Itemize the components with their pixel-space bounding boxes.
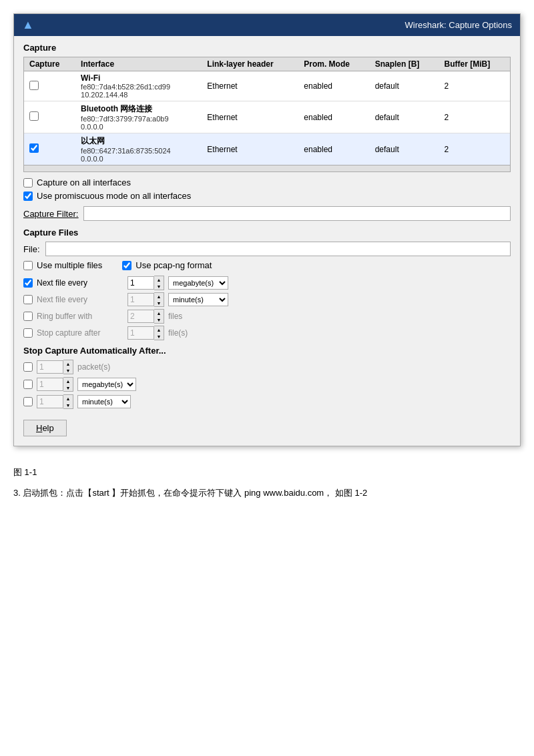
row3-checkbox-cell[interactable] <box>24 133 75 165</box>
stop-after-checkbox[interactable] <box>23 328 33 338</box>
capture-filter-input[interactable] <box>83 206 511 221</box>
promiscuous-checkbox[interactable] <box>23 192 33 201</box>
stop-mb-input[interactable] <box>37 378 63 391</box>
next-file-min-spinbtns: ▲ ▼ <box>154 292 164 307</box>
next-file-mb-up[interactable]: ▲ <box>154 276 164 283</box>
next-file-mb-spin: ▲ ▼ <box>127 276 164 290</box>
stop-mb-spinbtns: ▲ ▼ <box>63 377 73 392</box>
file-input[interactable] <box>45 242 511 256</box>
stop-min-checkbox[interactable] <box>23 397 33 406</box>
next-file-mb-input[interactable] <box>127 276 154 290</box>
stop-mb-row: ▲ ▼ megabyte(s) kilobyte(s) gigabyte(s) <box>23 377 511 392</box>
row2-checkbox-cell[interactable] <box>24 101 75 133</box>
stop-packets-spin: ▲ ▼ <box>37 360 73 374</box>
col-buffer: Buffer [MiB] <box>439 57 510 71</box>
stop-packets-down[interactable]: ▼ <box>63 367 73 374</box>
row1-iface-addr1: fe80::7da4:b528:26d1:cd99 <box>81 83 196 91</box>
horizontal-scrollbar[interactable] <box>24 165 510 171</box>
stop-mb-checkbox[interactable] <box>23 380 33 389</box>
stop-min-spinbtns: ▲ ▼ <box>63 394 73 409</box>
ring-buffer-down[interactable]: ▼ <box>154 316 164 323</box>
row2-iface-name: Bluetooth 网络连接 <box>81 103 196 115</box>
pcapng-checkbox[interactable] <box>122 261 131 270</box>
stop-packets-checkbox[interactable] <box>23 362 33 372</box>
stop-min-input[interactable] <box>37 395 63 408</box>
page-container: ▲ Wireshark: Capture Options Capture Cap… <box>13 13 521 500</box>
next-file-min-input[interactable] <box>127 293 154 306</box>
sub-options: Next file every ▲ ▼ megabyte(s) kilobyte… <box>23 276 511 340</box>
row3-prom-mode: enabled <box>298 133 369 165</box>
row1-checkbox-cell[interactable] <box>24 71 75 101</box>
row2-iface-addr2: 0.0.0.0 <box>81 123 196 131</box>
table-row: Bluetooth 网络连接 fe80::7df3:3799:797a:a0b9… <box>24 101 510 133</box>
stop-min-unit[interactable]: minute(s) second(s) hour(s) <box>77 395 131 408</box>
ring-buffer-label: Ring buffer with <box>37 312 123 321</box>
next-file-mb-spinbtns: ▲ ▼ <box>154 276 164 290</box>
stop-mb-unit[interactable]: megabyte(s) kilobyte(s) gigabyte(s) <box>77 378 136 391</box>
table-row: Wi-Fi fe80::7da4:b528:26d1:cd99 10.202.1… <box>24 71 510 101</box>
ring-buffer-up[interactable]: ▲ <box>154 310 164 316</box>
capture-section-header: Capture <box>23 43 511 53</box>
next-file-min-up[interactable]: ▲ <box>154 293 164 300</box>
capture-files-header: Capture Files <box>23 228 511 238</box>
ring-buffer-checkbox[interactable] <box>23 312 33 321</box>
stop-min-spin: ▲ ▼ <box>37 394 73 409</box>
multiple-files-checkbox[interactable] <box>23 261 33 270</box>
stop-packets-unit: packet(s) <box>77 362 110 372</box>
col-snaplen: Snaplen [B] <box>370 57 439 71</box>
col-prom-mode: Prom. Mode <box>298 57 369 71</box>
promiscuous-row: Use promiscuous mode on all interfaces <box>23 191 511 201</box>
help-button[interactable]: Help <box>23 420 67 436</box>
stop-mb-spin: ▲ ▼ <box>37 377 73 392</box>
next-file-mb-unit[interactable]: megabyte(s) kilobyte(s) gigabyte(s) <box>168 276 228 290</box>
next-file-min-down[interactable]: ▼ <box>154 300 164 306</box>
row3-iface-addr2: 0.0.0.0 <box>81 155 196 163</box>
stop-packets-up[interactable]: ▲ <box>63 360 73 367</box>
stop-capture-section: Stop Capture Automatically After... ▲ ▼ … <box>23 346 511 409</box>
ring-buffer-input[interactable] <box>127 310 154 323</box>
stop-after-up[interactable]: ▲ <box>154 326 164 333</box>
capture-filter-label: Capture Filter: <box>23 209 78 219</box>
row1-checkbox[interactable] <box>29 81 39 90</box>
interface-table: Capture Interface Link-layer header Prom… <box>24 57 510 165</box>
capture-all-checkbox[interactable] <box>23 178 33 187</box>
row2-checkbox[interactable] <box>29 111 39 121</box>
window-title: Wireshark: Capture Options <box>41 20 512 30</box>
stop-after-down[interactable]: ▼ <box>154 333 164 340</box>
row2-snaplen: default <box>370 101 439 133</box>
capture-all-label: Capture on all interfaces <box>37 177 131 187</box>
next-file-min-label: Next file every <box>37 295 123 304</box>
row3-snaplen: default <box>370 133 439 165</box>
file-row: File: <box>23 242 511 256</box>
row2-iface-addr1: fe80::7df3:3799:797a:a0b9 <box>81 115 196 123</box>
row1-interface: Wi-Fi fe80::7da4:b528:26d1:cd99 10.202.1… <box>75 71 202 101</box>
next-file-mb-checkbox[interactable] <box>23 278 33 288</box>
wireshark-icon: ▲ <box>22 18 34 32</box>
stop-packets-row: ▲ ▼ packet(s) <box>23 360 511 374</box>
ring-buffer-row: Ring buffer with ▲ ▼ files <box>23 309 511 324</box>
row3-iface-name: 以太网 <box>81 135 196 147</box>
stop-mb-up[interactable]: ▲ <box>63 378 73 384</box>
stop-min-up[interactable]: ▲ <box>63 395 73 402</box>
next-file-mb-down[interactable]: ▼ <box>154 283 164 290</box>
row3-checkbox[interactable] <box>29 143 39 153</box>
pcapng-row: Use pcap-ng format <box>122 260 212 270</box>
pcapng-label: Use pcap-ng format <box>136 260 212 270</box>
row1-buffer: 2 <box>439 71 510 101</box>
next-file-min-unit[interactable]: minute(s) second(s) hour(s) <box>168 293 228 306</box>
next-file-min-checkbox[interactable] <box>23 295 33 304</box>
capture-files-section: Capture Files File: Use multiple files U… <box>23 228 511 340</box>
stop-after-spin: ▲ ▼ <box>127 326 164 340</box>
col-interface: Interface <box>75 57 202 71</box>
row3-interface: 以太网 fe80::6427:31a6:8735:5024 0.0.0.0 <box>75 133 202 165</box>
stop-capture-title: Stop Capture Automatically After... <box>23 346 511 356</box>
stop-mb-down[interactable]: ▼ <box>63 384 73 391</box>
stop-after-input[interactable] <box>127 326 154 340</box>
window-content: Capture Capture Interface Link-layer hea… <box>14 36 520 446</box>
stop-packets-input[interactable] <box>37 360 63 374</box>
row1-iface-name: Wi-Fi <box>81 73 196 83</box>
multiple-files-row: Use multiple files <box>23 260 102 270</box>
stop-min-down[interactable]: ▼ <box>63 402 73 408</box>
row3-link-layer: Ethernet <box>202 133 298 165</box>
row2-link-layer: Ethernet <box>202 101 298 133</box>
